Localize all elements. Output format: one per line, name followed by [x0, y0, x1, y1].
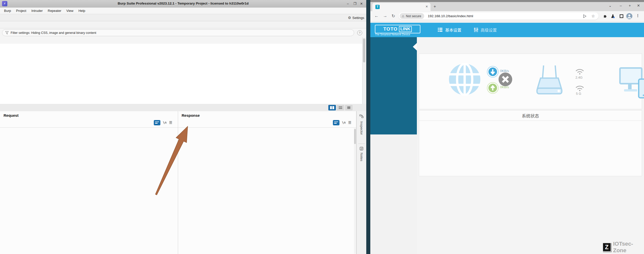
gear-icon: ⚙ — [348, 16, 351, 20]
request-editor[interactable] — [0, 127, 178, 254]
funnel-icon — [5, 31, 9, 34]
client-devices-icon — [619, 67, 644, 100]
settings-button[interactable]: ⚙ Settings — [348, 14, 364, 21]
menu-basic-settings[interactable]: 基本设置 — [438, 27, 461, 33]
watermark-text: IOTsec-Zone — [613, 241, 644, 254]
reload-button[interactable]: ↻ — [392, 13, 395, 19]
browser-tab[interactable]: T ✕ — [372, 3, 431, 11]
address-bar[interactable]: ⚠ Not secure 192.168.10.2/basic/index.ht… — [399, 12, 598, 20]
tab-close-icon[interactable]: ✕ — [425, 5, 428, 8]
menu-project[interactable]: Project — [13, 9, 29, 13]
active-item-notch — [413, 43, 417, 51]
layout-single-button[interactable] — [345, 105, 353, 110]
not-secure-label: Not secure — [406, 14, 421, 18]
scrollbar-thumb[interactable] — [363, 38, 365, 62]
bookmark-star-icon[interactable]: ☆ — [591, 14, 595, 18]
new-tab-button[interactable]: + — [434, 4, 436, 9]
panel-splitter[interactable] — [0, 104, 366, 111]
scrollbar-thumb[interactable] — [354, 129, 356, 144]
show-newlines-icon[interactable]: \n — [163, 121, 166, 124]
filter-settings-bar[interactable]: Filter settings: Hiding CSS, image and g… — [2, 29, 354, 36]
settings-label: Settings — [352, 16, 364, 20]
table-scrollbar[interactable] — [362, 37, 366, 104]
profile-avatar[interactable] — [626, 13, 632, 19]
browser-menu-kebab-icon[interactable]: ⋮ — [636, 13, 640, 18]
soft-wrap-icon[interactable] — [333, 120, 339, 125]
request-panel-title: Request — [4, 113, 18, 118]
browser-window: T ✕ + ⌄ – + ✕ ← → ↻ ⚠ Not secure 192.168… — [370, 0, 644, 254]
not-secure-chip[interactable]: ⚠ Not secure — [400, 13, 424, 19]
logo-toto: TOTO — [383, 26, 398, 32]
screen: ⚡ Burp Suite Professional v2023.12.1 - T… — [0, 0, 644, 254]
site-favicon: T — [375, 5, 380, 9]
burp-proxy-subtabs — [0, 21, 366, 28]
divider — [358, 144, 365, 144]
filter-row: Filter settings: Hiding CSS, image and g… — [0, 28, 366, 37]
totolink-header: TOTO LINK The Smartest Network Device 基本… — [370, 23, 644, 37]
burp-window-title: Burp Suite Professional v2023.12.1 - Tem… — [0, 2, 366, 5]
layout-rows-button[interactable] — [337, 105, 344, 110]
wifi-24g-icon — [575, 68, 585, 75]
request-panel: Request \n ☰ — [0, 111, 178, 254]
layout-columns-button[interactable] — [328, 105, 336, 110]
close-button[interactable]: ✕ — [359, 2, 364, 6]
single-pane-icon — [345, 105, 353, 110]
menu-view[interactable]: View — [64, 9, 76, 13]
browser-frame-top — [370, 0, 644, 2]
menu-intruder[interactable]: Intruder — [29, 9, 45, 13]
status-title: 系统状态 — [419, 110, 642, 119]
burp-titlebar: ⚡ Burp Suite Professional v2023.12.1 - T… — [0, 0, 366, 8]
menu-icon[interactable]: ☰ — [169, 121, 172, 125]
url-text[interactable]: 192.168.10.2/basic/index.html — [428, 14, 473, 18]
upload-rate-icon — [487, 82, 499, 94]
sliders-icon — [474, 27, 479, 32]
download-rate-icon — [487, 66, 499, 78]
notes-tab[interactable]: Notes — [360, 153, 363, 161]
extension-square-icon[interactable] — [619, 14, 624, 18]
http-history-table — [0, 44, 362, 104]
inspector-tab[interactable]: Inspector — [360, 121, 363, 135]
filter-text: Filter settings: Hiding CSS, image and g… — [11, 31, 96, 35]
warning-icon: ⚠ — [402, 14, 404, 18]
wifi-24g-label: 2.4G — [575, 76, 583, 79]
logo-link: LINK — [399, 26, 412, 32]
maximize-button[interactable]: + — [629, 4, 631, 8]
menu-help[interactable]: Help — [76, 9, 88, 13]
menu-advanced-settings[interactable]: 高级设置 — [474, 27, 497, 33]
menu-burp[interactable]: Burp — [2, 9, 13, 13]
response-scrollbar[interactable] — [354, 128, 356, 254]
close-button[interactable]: ✕ — [637, 4, 640, 8]
divider — [419, 121, 642, 121]
minimize-button[interactable]: – — [620, 4, 622, 8]
response-editor[interactable] — [178, 127, 356, 254]
columns-icon — [328, 105, 336, 110]
menu-icon[interactable]: ☰ — [348, 121, 351, 125]
list-icon — [438, 27, 443, 32]
send-icon[interactable] — [583, 14, 587, 18]
maximize-button[interactable]: ❐ — [352, 2, 358, 6]
soft-wrap-icon[interactable] — [154, 120, 160, 125]
extension-puzzle-icon[interactable] — [603, 14, 608, 18]
wifi-5g-icon — [575, 85, 585, 91]
back-button[interactable]: ← — [374, 13, 379, 18]
menu-repeater[interactable]: Repeater — [45, 9, 64, 13]
minimize-button[interactable]: – — [345, 2, 351, 6]
extension-flask-icon[interactable] — [611, 14, 615, 18]
internet-globe-icon — [448, 63, 481, 96]
burp-menubar: BurpProjectIntruderRepeaterViewHelp — [0, 8, 366, 14]
system-status-card: 系统状态 — [419, 110, 642, 176]
logo-tagline: The Smartest Network Device — [375, 33, 410, 36]
totolink-logo: TOTO LINK — [375, 25, 420, 33]
wifi-5g-label: 5 G — [576, 92, 581, 96]
help-button[interactable]: ? — [357, 30, 362, 35]
chevron-down-icon[interactable]: ⌄ — [609, 4, 612, 8]
router-icon — [535, 65, 563, 95]
forward-button[interactable]: → — [383, 13, 387, 18]
rows-icon — [337, 105, 344, 110]
inspector-icon — [359, 114, 364, 119]
request-toolbar-icons: \n ☰ — [154, 120, 172, 125]
inspector-strip: Inspector Notes — [356, 111, 367, 254]
burp-main-tabs: ⚙ Settings — [0, 14, 366, 21]
show-newlines-icon[interactable]: \n — [342, 121, 346, 124]
menu-advanced-label: 高级设置 — [481, 27, 497, 33]
